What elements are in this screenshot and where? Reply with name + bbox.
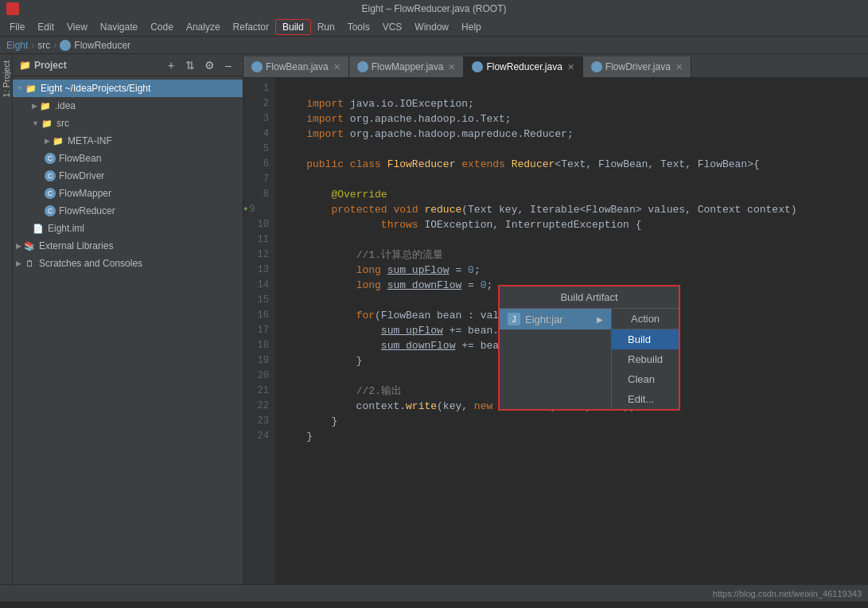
- breadcrumb-class-icon: [60, 40, 71, 51]
- tab-flowreducer[interactable]: FlowReducer.java ✕: [464, 57, 582, 77]
- sidebar-settings-btn[interactable]: ⚙: [201, 57, 217, 73]
- artifact-item-eightjar[interactable]: J Eight:jar ▶: [500, 309, 611, 329]
- artifact-label: Eight:jar: [525, 314, 563, 325]
- tree-arrow-extlib: ▶: [16, 242, 21, 250]
- action-clean[interactable]: Clean: [612, 369, 679, 389]
- tree-item-src[interactable]: ▼ 📁 src: [13, 115, 243, 132]
- build-artifact-header: Build Artifact: [500, 286, 679, 309]
- sidebar-title: Project: [34, 60, 67, 71]
- tree-label-flowmapper: FlowMapper: [59, 188, 111, 199]
- menu-item-refactor[interactable]: Refactor: [227, 20, 275, 34]
- folder-icon-idea: 📁: [39, 99, 52, 112]
- breadcrumb-root[interactable]: Eight: [6, 40, 28, 51]
- tree-label-flowdriver: FlowDriver: [59, 170, 104, 181]
- tree-arrow-src: ▼: [32, 119, 39, 127]
- tree-item-flowmapper[interactable]: C FlowMapper: [13, 185, 243, 202]
- tree-label-extlibs: External Libraries: [39, 240, 113, 251]
- tab-flowbean[interactable]: FlowBean.java ✕: [243, 57, 349, 77]
- artifact-jar-icon: J: [508, 313, 520, 325]
- menu-item-vcs[interactable]: VCS: [376, 20, 409, 34]
- folder-icon: 📁: [25, 82, 37, 95]
- tab-close-flowmapper[interactable]: ✕: [448, 62, 455, 72]
- tab-icon-flowbean: [251, 61, 263, 72]
- tree-label-iml: Eight.iml: [48, 223, 84, 234]
- tree-item-flowdriver[interactable]: C FlowDriver: [13, 167, 243, 185]
- tree-item-scratches[interactable]: ▶ 🗒 Scratches and Consoles: [13, 255, 243, 272]
- java-icon-flowbean: C: [45, 153, 56, 164]
- tree-item-meta[interactable]: ▶ 📁 META-INF: [13, 132, 243, 150]
- tree-item-ext-libs[interactable]: ▶ 📚 External Libraries: [13, 237, 243, 255]
- menu-item-navigate[interactable]: Navigate: [94, 20, 144, 34]
- sidebar-add-btn[interactable]: +: [163, 57, 179, 73]
- scratch-icon: 🗒: [23, 257, 36, 270]
- breadcrumb-sep1: ›: [31, 40, 34, 51]
- folder-icon-src: 📁: [41, 117, 53, 130]
- tree-arrow: ▼: [16, 84, 23, 92]
- action-rebuild[interactable]: Rebuild: [612, 349, 679, 369]
- menu-item-run[interactable]: Run: [311, 20, 341, 34]
- tab-icon-flowmapper: [357, 61, 368, 72]
- main-layout: 1: Project 📁 Project + ⇅ ⚙ – ▼ 📁 Eight ~…: [0, 54, 868, 584]
- action-submenu: Action Build Rebuild Clean Edit...: [611, 309, 679, 409]
- tab-flowmapper[interactable]: FlowMapper.java ✕: [349, 57, 465, 77]
- side-label-text: 1: Project: [2, 60, 11, 97]
- sidebar-sort-btn[interactable]: ⇅: [182, 57, 198, 73]
- tab-label-flowmapper: FlowMapper.java: [372, 61, 444, 72]
- action-edit[interactable]: Edit...: [612, 389, 679, 409]
- tab-close-flowreducer[interactable]: ✕: [567, 62, 574, 72]
- breadcrumb-file[interactable]: FlowReducer: [74, 40, 130, 51]
- ext-lib-icon: 📚: [23, 240, 36, 252]
- folder-icon-meta: 📁: [52, 134, 64, 147]
- tree-item-flowreducer[interactable]: C FlowReducer: [13, 202, 243, 220]
- build-artifact-title: Build Artifact: [560, 291, 617, 303]
- artifact-arrow: ▶: [597, 315, 603, 324]
- tree-label-flowbean: FlowBean: [59, 153, 101, 164]
- action-build[interactable]: Build: [612, 329, 679, 349]
- tree-item-eight-root[interactable]: ▼ 📁 Eight ~/IdeaProjects/Eight: [13, 80, 243, 97]
- tree-item-flowbean[interactable]: C FlowBean: [13, 150, 243, 167]
- iml-icon: 📄: [32, 222, 45, 235]
- menu-item-help[interactable]: Help: [455, 20, 488, 34]
- tab-flowdriver[interactable]: FlowDriver.java ✕: [583, 57, 691, 77]
- menu-item-window[interactable]: Window: [408, 20, 455, 34]
- context-menu: Build Artifact J Eight:jar ▶ A: [498, 285, 680, 411]
- artifact-submenu: J Eight:jar ▶ Action Build Rebuild Clea: [500, 309, 679, 409]
- sidebar-header: 📁 Project + ⇅ ⚙ –: [13, 54, 243, 76]
- menu-item-build[interactable]: Build: [275, 19, 311, 35]
- tree-label-idea: .idea: [55, 100, 76, 111]
- tree-arrow-scratch: ▶: [16, 259, 21, 267]
- java-icon-flowreducer: C: [45, 205, 56, 216]
- artifact-list: J Eight:jar ▶: [500, 309, 611, 409]
- tab-label-flowbean: FlowBean.java: [266, 61, 329, 72]
- tree-label-flowreducer: FlowReducer: [59, 205, 115, 216]
- tab-close-flowdriver[interactable]: ✕: [675, 62, 683, 72]
- tree-item-idea[interactable]: ▶ 📁 .idea: [13, 97, 243, 115]
- menu-item-edit[interactable]: Edit: [31, 20, 60, 34]
- tab-label-flowreducer: FlowReducer.java: [486, 61, 562, 72]
- action-title: Action: [631, 313, 660, 325]
- breadcrumb-src[interactable]: src: [37, 40, 50, 51]
- tree-arrow-meta: ▶: [45, 137, 50, 145]
- sidebar-minimize-btn[interactable]: –: [220, 57, 236, 73]
- tree-item-iml[interactable]: 📄 Eight.iml: [13, 220, 243, 237]
- sidebar-folder-icon: 📁: [19, 60, 31, 71]
- status-url: https://blog.csdn.net/weixin_46119343: [713, 589, 862, 598]
- menu-item-file[interactable]: File: [3, 20, 31, 34]
- menu-item-tools[interactable]: Tools: [341, 20, 376, 34]
- menu-item-code[interactable]: Code: [144, 20, 180, 34]
- app-icon: [6, 2, 19, 15]
- status-bar: https://blog.csdn.net/weixin_46119343: [0, 584, 868, 602]
- tab-icon-flowdriver: [591, 61, 602, 72]
- side-label: 1: Project: [0, 54, 13, 584]
- context-menu-overlay: Build Artifact J Eight:jar ▶ A: [243, 78, 868, 584]
- menu-item-view[interactable]: View: [60, 20, 94, 34]
- tree-label-eight: Eight ~/IdeaProjects/Eight: [41, 83, 150, 94]
- window-title: Eight – FlowReducer.java (ROOT): [361, 3, 506, 14]
- tab-icon-flowreducer: [472, 61, 483, 72]
- tab-close-flowbean[interactable]: ✕: [333, 62, 341, 72]
- tree-label-src: src: [56, 118, 69, 129]
- tree-arrow: ▶: [32, 102, 37, 110]
- menu-item-analyze[interactable]: Analyze: [180, 20, 227, 34]
- menu-bar: FileEditViewNavigateCodeAnalyzeRefactorB…: [0, 18, 868, 37]
- tree-label-scratches: Scratches and Consoles: [39, 258, 142, 269]
